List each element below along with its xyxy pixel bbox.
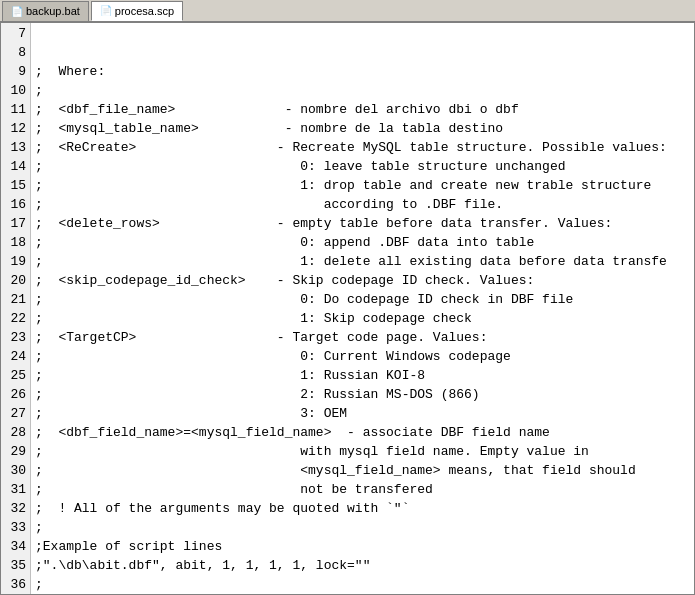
line-number: 35 [5,557,26,576]
code-line: ; [35,82,690,101]
code-line: ; <TargetCP> - Target code page. Values: [35,329,690,348]
line-number: 8 [5,44,26,63]
code-line: ; 0: append .DBF data into table [35,234,690,253]
line-number: 14 [5,158,26,177]
line-number: 27 [5,405,26,424]
code-line: ; 1: Skip codepage check [35,310,690,329]
code-line: ; <mysql_field_name> means, that field s… [35,462,690,481]
line-number: 16 [5,196,26,215]
line-number: 21 [5,291,26,310]
line-number: 28 [5,424,26,443]
line-number: 12 [5,120,26,139]
line-number: 20 [5,272,26,291]
line-number: 33 [5,519,26,538]
line-number: 22 [5,310,26,329]
tab-bar: 📄 backup.bat 📄 procesa.scp [0,0,695,22]
line-number: 25 [5,367,26,386]
line-number: 32 [5,500,26,519]
code-line: ;".\db\abit.dbf", abit, 1, 1, 1, 1, lock… [35,557,690,576]
tab-procesa-label: procesa.scp [115,5,174,17]
code-line: ; 3: OEM [35,405,690,424]
line-number: 18 [5,234,26,253]
line-number: 11 [5,101,26,120]
code-line: ; 1: Russian KOI-8 [35,367,690,386]
line-number: 34 [5,538,26,557]
main-window: 📄 backup.bat 📄 procesa.scp 7891011121314… [0,0,695,595]
code-line: ; Where: [35,63,690,82]
code-line: ; 0: Do codepage ID check in DBF file [35,291,690,310]
tab-backup-label: backup.bat [26,5,80,17]
tab-backup[interactable]: 📄 backup.bat [2,1,89,21]
code-line: ;Example of script lines [35,538,690,557]
code-container: 7891011121314151617181920212223242526272… [1,23,694,594]
code-line: ; <skip_codepage_id_check> - Skip codepa… [35,272,690,291]
line-number: 36 [5,576,26,594]
code-line: ; [35,519,690,538]
line-number: 23 [5,329,26,348]
line-numbers: 7891011121314151617181920212223242526272… [1,23,31,594]
code-line: ; not be transfered [35,481,690,500]
line-number: 31 [5,481,26,500]
editor-area: 7891011121314151617181920212223242526272… [0,22,695,595]
line-number: 17 [5,215,26,234]
line-number: 13 [5,139,26,158]
code-line: ; 1: drop table and create new trable st… [35,177,690,196]
code-line: ; <delete_rows> - empty table before dat… [35,215,690,234]
bat-icon: 📄 [11,6,23,17]
scp-icon: 📄 [100,5,112,16]
code-line: ; 0: leave table structure unchanged [35,158,690,177]
code-line: ; 2: Russian MS-DOS (866) [35,386,690,405]
code-line: ; 1: delete all existing data before dat… [35,253,690,272]
code-line: ; 0: Current Windows codepage [35,348,690,367]
line-number: 19 [5,253,26,272]
code-line: ; <dbf_file_name> - nombre del archivo d… [35,101,690,120]
line-number: 26 [5,386,26,405]
line-number: 15 [5,177,26,196]
code-line: ; with mysql field name. Empty value in [35,443,690,462]
code-line: ; <dbf_field_name>=<mysql_field_name> - … [35,424,690,443]
code-line: ; <ReCreate> - Recreate MySQL table stru… [35,139,690,158]
line-number: 29 [5,443,26,462]
line-number: 9 [5,63,26,82]
line-number: 10 [5,82,26,101]
code-line: ; ! All of the arguments may be quoted w… [35,500,690,519]
code-line: ; according to .DBF file. [35,196,690,215]
code-line: ; [35,576,690,594]
code-content[interactable]: ; Where:;; <dbf_file_name> - nombre del … [31,23,694,594]
tab-procesa[interactable]: 📄 procesa.scp [91,1,183,21]
code-line: ; <mysql_table_name> - nombre de la tabl… [35,120,690,139]
line-number: 7 [5,25,26,44]
line-number: 30 [5,462,26,481]
line-number: 24 [5,348,26,367]
